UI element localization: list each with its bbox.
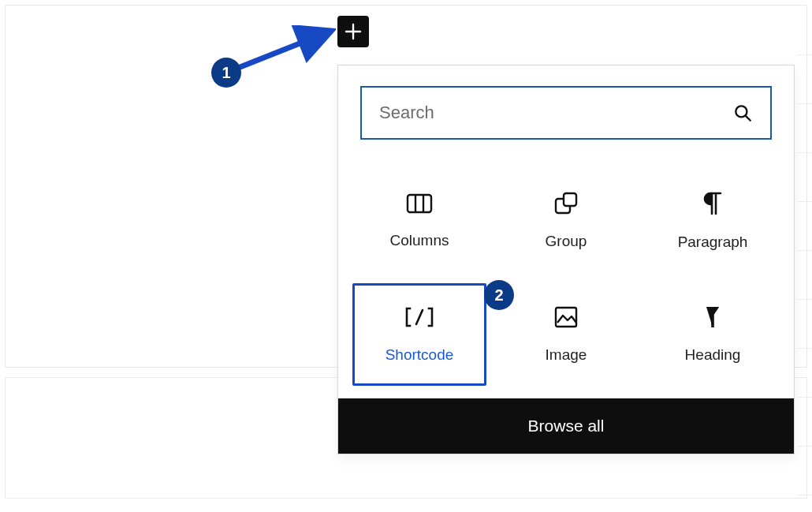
block-paragraph[interactable]: Paragraph (646, 170, 780, 272)
shortcode-icon (404, 305, 435, 329)
block-label: Heading (685, 346, 741, 364)
browse-all-button[interactable]: Browse all (338, 398, 794, 454)
block-label: Group (546, 233, 587, 250)
svg-line-8 (416, 310, 423, 324)
block-grid: Columns Group Paragraph Shortcode (338, 146, 794, 398)
block-search-field[interactable] (360, 86, 772, 140)
image-icon (553, 305, 579, 329)
plus-icon (345, 23, 362, 40)
block-label: Columns (390, 232, 449, 249)
svg-rect-3 (408, 195, 431, 212)
block-label: Image (546, 346, 587, 364)
svg-line-2 (746, 116, 751, 121)
right-edge-rows (798, 6, 812, 503)
block-shortcode[interactable]: Shortcode (352, 283, 486, 386)
add-block-button[interactable] (337, 16, 369, 47)
block-heading[interactable]: Heading (646, 283, 780, 386)
block-label: Shortcode (386, 346, 454, 364)
columns-icon (406, 192, 433, 215)
svg-rect-10 (711, 315, 714, 327)
block-columns[interactable]: Columns (352, 170, 486, 272)
group-icon (553, 192, 579, 215)
block-label: Paragraph (678, 234, 748, 251)
svg-rect-7 (564, 193, 576, 206)
block-group[interactable]: Group (499, 170, 633, 272)
block-inserter-popover: Columns Group Paragraph Shortcode (337, 65, 795, 454)
annotation-step-2: 2 (484, 280, 514, 310)
search-input[interactable] (379, 103, 732, 123)
paragraph-icon (702, 191, 723, 216)
block-image[interactable]: Image (499, 283, 633, 386)
search-icon (732, 103, 753, 123)
annotation-step-1: 1 (211, 58, 241, 88)
heading-icon (704, 305, 721, 329)
